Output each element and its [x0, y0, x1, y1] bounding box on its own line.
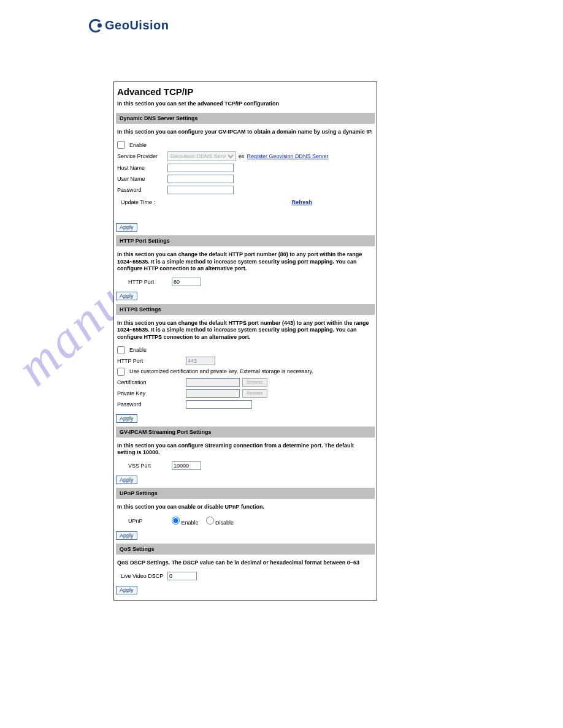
dscp-input[interactable] — [167, 572, 197, 580]
https-enable-label: Enable — [129, 347, 147, 353]
ddns-desc: In this section you can configure your G… — [116, 127, 375, 140]
https-port-label: HTTP Port — [117, 358, 183, 364]
http-desc: In this section you can change the defau… — [116, 250, 375, 277]
refresh-link[interactable]: Refresh — [291, 199, 312, 205]
advanced-tcpip-panel: Advanced TCP/IP In this section you can … — [113, 82, 377, 601]
https-apply-button[interactable]: Apply — [116, 414, 137, 423]
https-header: HTTPS Settings — [116, 304, 375, 315]
update-time-label: Update Time : — [117, 199, 165, 205]
https-password-input[interactable] — [186, 400, 252, 409]
certification-browse-button[interactable]: Browse — [242, 378, 267, 387]
custom-cert-checkbox[interactable] — [117, 368, 125, 376]
vss-port-label: VSS Port — [117, 463, 169, 469]
streaming-header: GV-IPCAM Streaming Port Settings — [116, 427, 375, 438]
upnp-label: UPnP — [117, 518, 169, 524]
qos-desc: QoS DSCP Settings. The DSCP value can be… — [116, 558, 375, 571]
streaming-desc: In this section you can configure Stream… — [116, 441, 375, 461]
ddns-password-label: Password — [117, 187, 165, 193]
dscp-label: Live Video DSCP — [117, 573, 165, 579]
http-port-input[interactable] — [172, 278, 201, 286]
brand-logo: GeoUision — [89, 18, 474, 32]
host-name-label: Host Name — [117, 165, 165, 171]
streaming-apply-button[interactable]: Apply — [116, 476, 137, 484]
ddns-enable-checkbox[interactable] — [117, 141, 125, 149]
host-name-input[interactable] — [167, 164, 234, 172]
ddns-enable-label: Enable — [129, 142, 147, 148]
logo-text: GeoUision — [105, 18, 169, 32]
private-key-input[interactable] — [186, 389, 240, 398]
upnp-enable-radio[interactable] — [172, 517, 180, 525]
certification-input[interactable] — [186, 378, 240, 387]
custom-cert-label: Use customized certification and private… — [129, 368, 313, 374]
upnp-disable-option[interactable]: Disable — [206, 517, 234, 526]
certification-label: Certification — [117, 379, 183, 385]
ddns-apply-button[interactable]: Apply — [116, 223, 137, 232]
https-password-label: Password — [117, 401, 183, 408]
service-provider-select[interactable]: Geovision DDNS Server — [167, 151, 236, 161]
qos-apply-button[interactable]: Apply — [116, 586, 137, 594]
http-apply-button[interactable]: Apply — [116, 292, 137, 300]
upnp-enable-option[interactable]: Enable — [172, 517, 199, 526]
logo-mark-icon — [89, 19, 102, 32]
upnp-disable-radio[interactable] — [206, 517, 214, 525]
qos-header: QoS Settings — [116, 544, 375, 555]
ddns-password-input[interactable] — [167, 186, 234, 194]
vss-port-input[interactable] — [172, 461, 201, 470]
upnp-desc: In this section you can enable or disabl… — [116, 502, 375, 515]
user-name-input[interactable] — [167, 175, 234, 183]
private-key-browse-button[interactable]: Browse — [242, 389, 267, 398]
ddns-header: Dynamic DNS Server Settings — [116, 113, 375, 124]
service-provider-label: Service Provider — [117, 153, 165, 159]
panel-subtitle: In this section you can set the advanced… — [116, 100, 375, 113]
http-port-label: HTTP Port — [117, 279, 169, 285]
panel-title: Advanced TCP/IP — [116, 84, 375, 100]
http-header: HTTP Port Settings — [116, 235, 375, 246]
https-desc: In this section you can change the defau… — [116, 319, 375, 346]
upnp-header: UPnP Settings — [116, 488, 375, 499]
private-key-label: Private Key — [117, 390, 183, 396]
upnp-apply-button[interactable]: Apply — [116, 531, 137, 540]
register-ddns-link[interactable]: Register Geovision DDNS Server — [247, 153, 329, 159]
user-name-label: User Name — [117, 176, 165, 182]
https-port-input[interactable] — [186, 357, 215, 365]
ex-label: ex — [239, 153, 245, 159]
https-enable-checkbox[interactable] — [117, 346, 125, 354]
